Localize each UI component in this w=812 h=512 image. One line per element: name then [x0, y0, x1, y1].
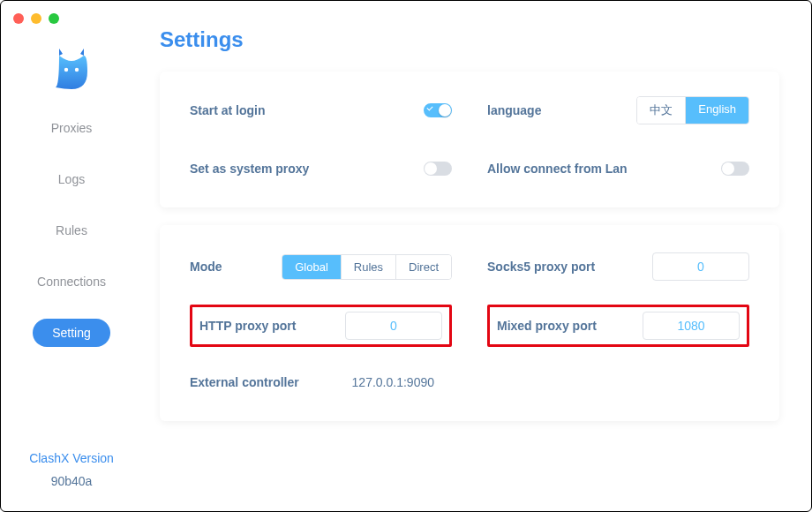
main-content: Settings Start at login language 中文 Engl…: [142, 1, 811, 511]
mode-option-direct[interactable]: Direct: [395, 255, 451, 279]
sidebar-item-connections[interactable]: Connections: [18, 267, 125, 296]
app-logo: [45, 43, 98, 96]
start-at-login-toggle[interactable]: [424, 103, 452, 117]
socks5-row: Socks5 proxy port: [487, 248, 749, 285]
mixed-port-input[interactable]: [643, 312, 740, 340]
mixed-port-row: Mixed proxy port: [487, 305, 749, 347]
sidebar-item-rules[interactable]: Rules: [36, 216, 107, 245]
svg-point-0: [64, 68, 68, 72]
system-proxy-label: Set as system proxy: [190, 162, 309, 176]
minimize-window-icon[interactable]: [31, 13, 41, 24]
general-settings-card: Start at login language 中文 English Set a…: [160, 72, 779, 207]
socks5-label: Socks5 proxy port: [487, 260, 595, 274]
mode-label: Mode: [190, 260, 222, 274]
http-port-input[interactable]: [345, 312, 442, 340]
mode-option-global[interactable]: Global: [282, 255, 341, 279]
allow-lan-label: Allow connect from Lan: [487, 162, 628, 176]
sidebar: Proxies Logs Rules Connections Setting C…: [1, 1, 142, 511]
system-proxy-row: Set as system proxy: [190, 153, 452, 184]
socks5-input[interactable]: [652, 252, 749, 281]
mode-option-rules[interactable]: Rules: [341, 255, 395, 279]
proxy-settings-card: Mode Global Rules Direct Socks5 proxy po…: [160, 225, 779, 421]
language-row: language 中文 English: [487, 94, 749, 126]
allow-lan-row: Allow connect from Lan: [487, 153, 749, 184]
start-at-login-label: Start at login: [190, 103, 266, 117]
sidebar-nav: Proxies Logs Rules Connections Setting: [1, 114, 142, 347]
mixed-port-label: Mixed proxy port: [497, 319, 597, 333]
window-traffic-lights: [13, 13, 59, 24]
mode-segmented: Global Rules Direct: [282, 254, 452, 280]
sidebar-item-proxies[interactable]: Proxies: [32, 114, 112, 142]
language-label: language: [487, 103, 541, 117]
maximize-window-icon[interactable]: [49, 13, 59, 24]
external-controller-row: External controller 127.0.0.1:9090: [190, 366, 452, 398]
external-controller-label: External controller: [190, 375, 299, 389]
mode-row: Mode Global Rules Direct: [190, 248, 452, 285]
system-proxy-toggle[interactable]: [424, 162, 452, 176]
http-port-row: HTTP proxy port: [190, 305, 452, 347]
allow-lan-toggle[interactable]: [721, 162, 749, 176]
close-window-icon[interactable]: [13, 13, 24, 24]
sidebar-item-logs[interactable]: Logs: [39, 165, 104, 193]
external-controller-value: 127.0.0.1:9090: [352, 375, 452, 389]
version-block: ClashX Version 90b40a: [29, 451, 114, 511]
language-option-zh[interactable]: 中文: [637, 97, 685, 124]
sidebar-item-setting[interactable]: Setting: [33, 319, 110, 347]
version-label: ClashX Version: [29, 451, 114, 465]
start-at-login-row: Start at login: [190, 94, 452, 126]
language-segmented: 中文 English: [636, 96, 749, 124]
page-title: Settings: [160, 27, 779, 52]
http-port-label: HTTP proxy port: [199, 319, 296, 333]
svg-point-1: [75, 68, 79, 72]
language-option-en[interactable]: English: [685, 97, 748, 124]
version-value: 90b40a: [29, 474, 114, 488]
